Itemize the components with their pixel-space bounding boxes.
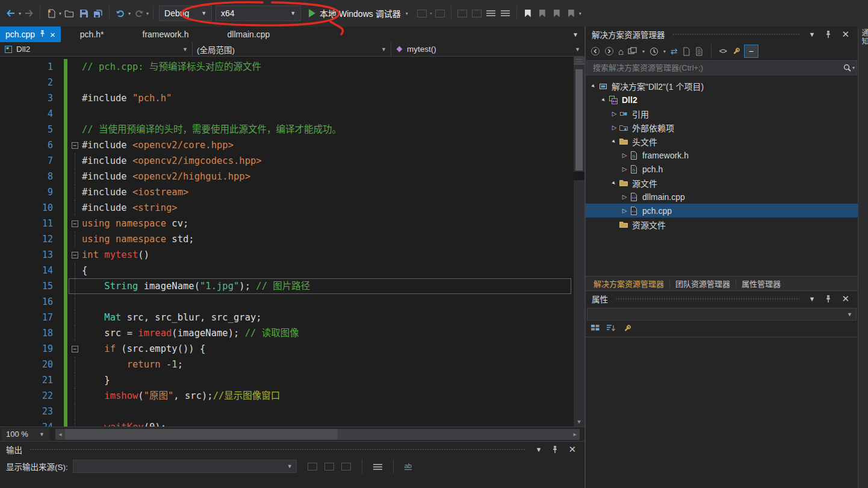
- pending-changes-filter-icon[interactable]: [649, 47, 659, 56]
- tab-pch.h[interactable]: pch.h*: [61, 27, 123, 42]
- tab-framework.h[interactable]: framework.h: [123, 27, 208, 42]
- code-line-11[interactable]: 11−using namespace cv;: [0, 216, 584, 231]
- scroll-left-icon[interactable]: ◂: [55, 431, 65, 437]
- line-number[interactable]: 20: [0, 357, 53, 372]
- goto-message-icon[interactable]: [308, 463, 317, 471]
- back-icon[interactable]: [591, 46, 600, 56]
- panel-drag-handle[interactable]: [29, 448, 526, 451]
- expander-open-icon[interactable]: ▸: [609, 177, 619, 188]
- line-number[interactable]: 15: [0, 278, 53, 294]
- solution-configuration-combo[interactable]: Debug ▼: [159, 5, 212, 21]
- line-number[interactable]: 16: [0, 294, 53, 310]
- tree-item-pch.cpp[interactable]: ▷++pch.cpp: [586, 204, 858, 217]
- code-line-13[interactable]: 13−int mytest(): [0, 247, 584, 263]
- bookmark-icon[interactable]: [521, 4, 535, 22]
- debug-target-icon[interactable]: [415, 4, 429, 22]
- property-pages-wrench-icon[interactable]: [622, 324, 631, 333]
- scroll-down-icon[interactable]: ▼: [577, 419, 580, 427]
- save-icon[interactable]: [77, 4, 90, 22]
- close-icon[interactable]: ×: [50, 30, 55, 39]
- tree-item-pch.h[interactable]: ▷hpch.h: [586, 162, 858, 176]
- undo-icon[interactable]: [114, 4, 127, 22]
- redo-dropdown-icon[interactable]: ▾: [146, 11, 149, 16]
- line-number[interactable]: 1: [0, 59, 53, 75]
- code-line-19[interactable]: 19− if (src.empty()) {: [0, 341, 584, 357]
- new-file-icon[interactable]: [45, 4, 58, 22]
- previous-bookmark-icon[interactable]: [536, 4, 549, 22]
- open-file-icon[interactable]: [63, 4, 76, 22]
- breakpoint-icon[interactable]: [433, 4, 447, 22]
- toolbar-overflow-icon[interactable]: ▾: [579, 11, 581, 16]
- line-number[interactable]: 21: [0, 372, 53, 388]
- line-number[interactable]: 19: [0, 341, 53, 357]
- code-line-22[interactable]: 22 imshow("原图", src);//显示图像窗口: [0, 388, 584, 404]
- expander-open-icon[interactable]: ▸: [588, 80, 599, 91]
- filter-dropdown-icon[interactable]: ▾: [663, 49, 666, 54]
- code-line-3[interactable]: 3#include "pch.h": [0, 90, 584, 106]
- code-line-14[interactable]: 14{: [0, 263, 584, 278]
- copy-icon[interactable]: [695, 47, 703, 56]
- line-number[interactable]: 10: [0, 200, 53, 216]
- fold-collapse-icon[interactable]: −: [67, 216, 82, 231]
- fold-collapse-icon[interactable]: −: [67, 137, 82, 153]
- close-icon[interactable]: ✕: [839, 29, 852, 40]
- code-line-7[interactable]: 7#include <opencv2/imgcodecs.hpp>: [0, 153, 584, 169]
- save-all-icon[interactable]: [91, 4, 105, 22]
- pin-icon[interactable]: [822, 31, 834, 39]
- line-number[interactable]: 11: [0, 216, 53, 231]
- expander-closed-icon[interactable]: ▷: [620, 193, 629, 200]
- line-number[interactable]: 13: [0, 247, 53, 263]
- tree-item-framework.h[interactable]: ▷hframework.h: [586, 148, 858, 162]
- line-number[interactable]: 2: [0, 75, 53, 90]
- code-line-23[interactable]: 23: [0, 404, 584, 419]
- code-line-8[interactable]: 8#include <opencv2/highgui.hpp>: [0, 169, 584, 184]
- solution-platform-combo[interactable]: x64 ▼: [215, 5, 301, 21]
- editor-vertical-scrollbar[interactable]: ▼: [574, 57, 584, 427]
- tool-tab-属性管理器[interactable]: 属性管理器: [736, 278, 786, 289]
- editor-horizontal-scrollbar[interactable]: ◂ ▸: [55, 429, 580, 440]
- new-file-dropdown-icon[interactable]: ▾: [59, 11, 61, 16]
- zoom-level-combo[interactable]: 100 % ▼: [1, 428, 49, 440]
- splitter-grip-icon[interactable]: [574, 57, 584, 64]
- line-number[interactable]: 3: [0, 90, 53, 106]
- pin-icon[interactable]: [549, 446, 561, 454]
- solution-search-box[interactable]: ▾: [586, 60, 857, 75]
- goto-next-message-icon[interactable]: [341, 463, 351, 471]
- line-number[interactable]: 5: [0, 122, 53, 137]
- close-icon[interactable]: ✕: [566, 444, 578, 455]
- tool-tab-团队资源管理器[interactable]: 团队资源管理器: [670, 278, 736, 289]
- forward-icon[interactable]: [604, 46, 614, 56]
- code-line-21[interactable]: 21 }: [0, 372, 584, 388]
- type-scope-combo[interactable]: (全局范围) ▼: [193, 42, 391, 56]
- collapse-all-icon[interactable]: −: [744, 45, 758, 58]
- sync-with-active-document-icon[interactable]: ⇄: [671, 46, 678, 56]
- line-number[interactable]: 4: [0, 106, 53, 122]
- categorized-view-icon[interactable]: [591, 324, 600, 333]
- expander-closed-icon[interactable]: ▷: [610, 124, 619, 131]
- expander-closed-icon[interactable]: ▷: [620, 152, 629, 158]
- pin-icon[interactable]: [39, 30, 46, 39]
- home-icon[interactable]: ⌂: [618, 46, 624, 57]
- line-number[interactable]: 9: [0, 184, 53, 200]
- scrollbar-thumb[interactable]: [575, 69, 583, 170]
- code-line-10[interactable]: 10#include <string>: [0, 200, 584, 216]
- tree-item-Dll2[interactable]: ▸++Dll2: [586, 93, 858, 107]
- navigate-back-dropdown-icon[interactable]: ▾: [19, 11, 21, 16]
- scroll-right-icon[interactable]: ▸: [570, 431, 580, 437]
- window-position-icon[interactable]: ▼: [807, 31, 818, 38]
- tool-tab-解决方案资源管理器[interactable]: 解决方案资源管理器: [588, 278, 669, 289]
- find-in-files-icon[interactable]: [456, 4, 469, 22]
- code-line-2[interactable]: 2: [0, 75, 584, 90]
- code-line-15[interactable]: 15 String imageName("1.jpg"); // 图片路径: [0, 278, 584, 294]
- member-scope-combo[interactable]: mytest() ▼: [391, 42, 584, 56]
- line-number[interactable]: 23: [0, 404, 53, 419]
- undo-dropdown-icon[interactable]: ▾: [128, 11, 131, 16]
- line-number[interactable]: 7: [0, 153, 53, 169]
- redo-icon[interactable]: [132, 4, 145, 22]
- code-line-17[interactable]: 17 Mat src, src_blur, src_gray;: [0, 310, 584, 325]
- refresh-icon[interactable]: [682, 47, 690, 56]
- code-line-6[interactable]: 6−#include <opencv2/core.hpp>: [0, 137, 584, 153]
- tab-dllmain.cpp[interactable]: dllmain.cpp: [208, 27, 290, 42]
- tree-item-dllmain.cpp[interactable]: ▷++dllmain.cpp: [586, 190, 858, 204]
- tree-item-解决方案Dll21个项目[interactable]: ▸解决方案"Dll2"(1 个项目): [586, 79, 858, 93]
